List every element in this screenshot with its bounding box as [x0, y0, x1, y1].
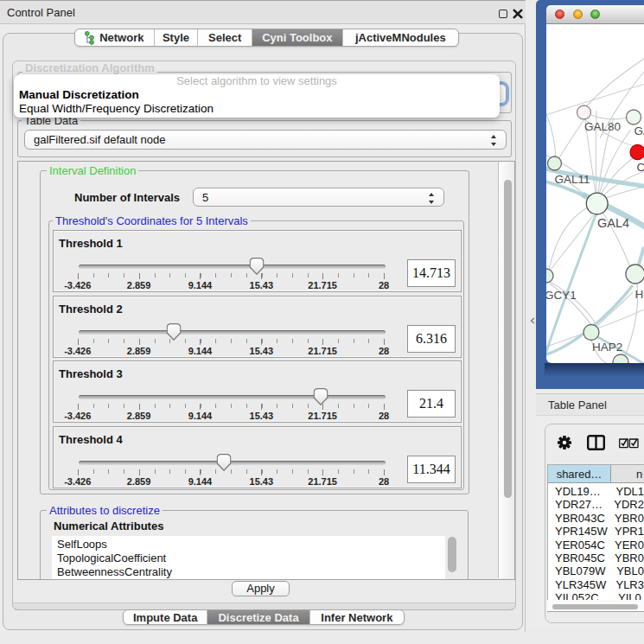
svg-text:GA: GA: [634, 124, 644, 137]
svg-text:C: C: [637, 161, 644, 174]
svg-text:HAP2: HAP2: [592, 341, 622, 354]
svg-text:GAL80: GAL80: [584, 120, 621, 133]
svg-text:GAL11: GAL11: [555, 173, 590, 186]
svg-text:GAL4: GAL4: [597, 216, 629, 230]
svg-text:GCY1: GCY1: [546, 289, 577, 302]
svg-text:H: H: [635, 288, 644, 301]
